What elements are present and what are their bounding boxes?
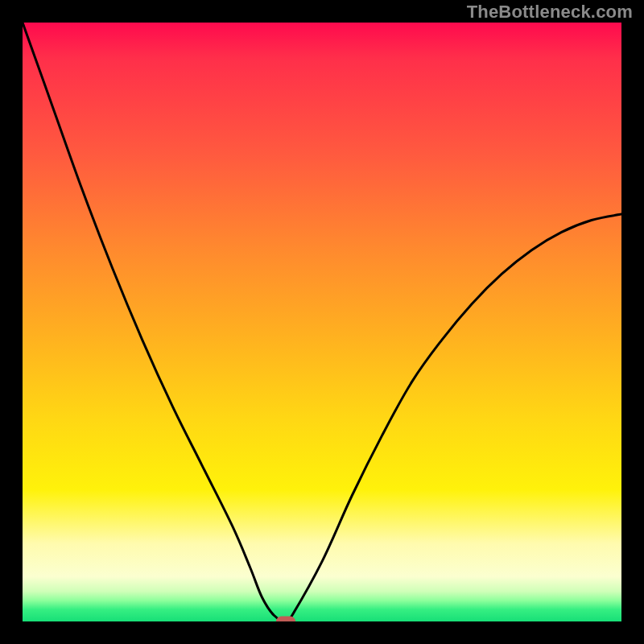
optimum-marker (276, 617, 295, 622)
chart-frame: TheBottleneck.com (0, 0, 644, 644)
plot-area (23, 23, 621, 621)
bottleneck-curve (23, 23, 621, 621)
watermark-text: TheBottleneck.com (467, 2, 633, 23)
